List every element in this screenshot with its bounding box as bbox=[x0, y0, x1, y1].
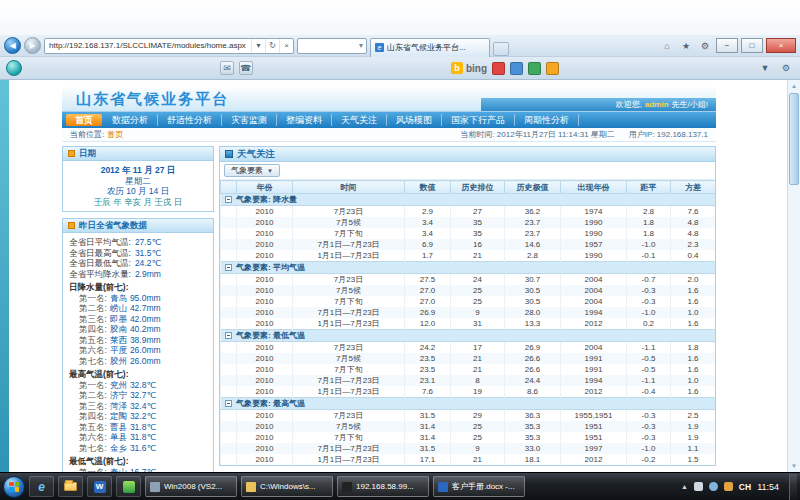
rank-item[interactable]: 第六名:平度26.0mm bbox=[69, 345, 207, 356]
data-row[interactable]: 20107月1日—7月23日23.1824.41994-1.11.0 bbox=[221, 375, 716, 386]
rank-item[interactable]: 第七名:胶州26.0mm bbox=[69, 356, 207, 367]
data-row[interactable]: 20107月5候31.42535.31951-0.31.9 bbox=[221, 421, 716, 432]
data-row[interactable]: 20107月23日31.52936.31955,1951-0.32.5 bbox=[221, 410, 716, 422]
taskbar-ie-icon[interactable]: e bbox=[29, 476, 54, 497]
group-row[interactable]: 气象要素: 平均气温 bbox=[221, 262, 716, 274]
address-bar[interactable]: http://192.168.137.1/SLCCLIMATE/modules/… bbox=[44, 38, 294, 54]
data-row[interactable]: 20107月1日—7月23日26.9928.01994-1.01.0 bbox=[221, 307, 716, 318]
taskbar-window-button[interactable]: 客户手册.docx -... bbox=[433, 476, 525, 497]
data-row[interactable]: 20107月23日27.52430.72004-0.72.0 bbox=[221, 274, 716, 286]
breadcrumb-location[interactable]: 首页 bbox=[107, 129, 123, 140]
scrollbar-thumb[interactable] bbox=[789, 93, 799, 185]
search-box[interactable]: ▾ bbox=[297, 38, 367, 54]
mail-icon[interactable]: ✉ bbox=[220, 61, 234, 75]
new-tab-button[interactable] bbox=[493, 42, 509, 56]
volume-icon[interactable] bbox=[709, 482, 718, 491]
taskbar-window-button[interactable]: C:\Windows\s... bbox=[241, 476, 333, 497]
column-header[interactable]: 方差 bbox=[671, 181, 716, 194]
minimize-button[interactable]: − bbox=[716, 38, 738, 53]
toolbar-app-icon-red[interactable] bbox=[492, 62, 505, 75]
forward-button[interactable]: ▶ bbox=[24, 37, 41, 54]
data-row[interactable]: 20101月1日—7月23日1.7212.81990-0.10.4 bbox=[221, 250, 716, 262]
show-desktop-button[interactable] bbox=[789, 474, 797, 500]
phone-icon[interactable]: ☎ bbox=[239, 61, 253, 75]
rank-item[interactable]: 第三名:菏泽32.4℃ bbox=[69, 401, 207, 412]
scroll-up-icon[interactable]: ▲ bbox=[788, 80, 800, 92]
rank-item[interactable]: 第四名:定陶32.2℃ bbox=[69, 411, 207, 422]
taskbar-window-button[interactable]: Win2008 (VS2... bbox=[145, 476, 237, 497]
tray-expand-icon[interactable]: ▲ bbox=[681, 483, 688, 490]
browser-tab[interactable]: e 山东省气候业务平台... bbox=[370, 38, 490, 57]
collapse-icon[interactable] bbox=[225, 264, 232, 271]
favorites-star-icon[interactable]: ★ bbox=[678, 38, 694, 54]
column-header[interactable]: 距平 bbox=[627, 181, 671, 194]
taskbar-app-icon[interactable] bbox=[116, 476, 141, 497]
vertical-scrollbar[interactable]: ▲ ▼ bbox=[787, 80, 800, 472]
addon-gear-icon[interactable]: ⚙ bbox=[778, 60, 794, 76]
data-row[interactable]: 20107月下旬23.52126.61991-0.51.6 bbox=[221, 364, 716, 375]
data-row[interactable]: 20107月5候27.02530.52004-0.31.6 bbox=[221, 285, 716, 296]
taskbar-clock[interactable]: 11:54 bbox=[757, 482, 783, 492]
nav-item-3[interactable]: 灾害监测 bbox=[222, 114, 277, 126]
network-icon[interactable] bbox=[694, 482, 703, 491]
data-row[interactable]: 20107月下旬31.42535.31951-0.31.9 bbox=[221, 432, 716, 443]
addon-logo-icon[interactable] bbox=[6, 60, 22, 76]
toolbar-app-icon-blue[interactable] bbox=[510, 62, 523, 75]
group-row[interactable]: 气象要素: 最高气温 bbox=[221, 398, 716, 410]
column-header[interactable]: 时间 bbox=[293, 181, 405, 194]
collapse-icon[interactable] bbox=[225, 332, 232, 339]
nav-item-5[interactable]: 天气关注 bbox=[332, 114, 387, 126]
language-indicator[interactable]: CH bbox=[739, 482, 751, 492]
data-row[interactable]: 20107月下旬3.43523.719901.84.8 bbox=[221, 228, 716, 239]
nav-item-6[interactable]: 风场模图 bbox=[387, 114, 442, 126]
toolbar-app-icon-orange[interactable] bbox=[546, 62, 559, 75]
taskbar-explorer-icon[interactable] bbox=[58, 476, 83, 497]
start-button[interactable] bbox=[3, 476, 25, 498]
rank-item[interactable]: 第四名:胶南40.2mm bbox=[69, 324, 207, 335]
rank-item[interactable]: 第五名:曹县31.8℃ bbox=[69, 422, 207, 433]
rank-item[interactable]: 第七名:金乡31.6℃ bbox=[69, 443, 207, 454]
search-dropdown-icon[interactable]: ▾ bbox=[359, 41, 363, 50]
toolbar-app-icon-green[interactable] bbox=[528, 62, 541, 75]
column-header[interactable]: 历史排位 bbox=[451, 181, 505, 194]
close-button[interactable]: × bbox=[766, 38, 796, 53]
element-filter-button[interactable]: 气象要素 ▼ bbox=[224, 164, 280, 177]
taskbar-window-button[interactable]: 192.168.58.99... bbox=[337, 476, 429, 497]
settings-gear-icon[interactable]: ⚙ bbox=[697, 38, 713, 54]
nav-item-0[interactable]: 首页 bbox=[66, 114, 102, 126]
nav-item-1[interactable]: 数据分析 bbox=[103, 114, 158, 126]
rank-item[interactable]: 第一名:青岛95.0mm bbox=[69, 293, 207, 304]
column-header[interactable]: 数值 bbox=[405, 181, 451, 194]
data-row[interactable]: 20107月23日2.92736.219742.87.6 bbox=[221, 206, 716, 218]
rank-item[interactable]: 第二名:崂山42.7mm bbox=[69, 303, 207, 314]
addon-menu-icon[interactable]: ▼ bbox=[757, 60, 773, 76]
data-row[interactable]: 20107月下旬27.02530.52004-0.31.6 bbox=[221, 296, 716, 307]
column-header[interactable]: 历史极值 bbox=[505, 181, 561, 194]
data-row[interactable]: 20101月1日—7月23日12.03113.320120.21.6 bbox=[221, 318, 716, 330]
data-row[interactable]: 20107月5候23.52126.61991-0.51.6 bbox=[221, 353, 716, 364]
data-row[interactable]: 20107月5候3.43523.719901.84.8 bbox=[221, 217, 716, 228]
group-row[interactable]: 气象要素: 降水量 bbox=[221, 194, 716, 206]
data-row[interactable]: 20107月1日—7月23日6.91614.61957-1.02.3 bbox=[221, 239, 716, 250]
stop-icon[interactable]: × bbox=[279, 39, 293, 53]
action-center-icon[interactable] bbox=[724, 482, 733, 491]
rank-item[interactable]: 第三名:即墨42.0mm bbox=[69, 314, 207, 325]
collapse-icon[interactable] bbox=[225, 196, 232, 203]
rank-item[interactable]: 第六名:单县31.8℃ bbox=[69, 432, 207, 443]
nav-item-8[interactable]: 周期性分析 bbox=[515, 114, 579, 126]
back-button[interactable]: ◀ bbox=[4, 37, 21, 54]
collapse-icon[interactable] bbox=[225, 400, 232, 407]
taskbar-word-icon[interactable]: W bbox=[87, 476, 112, 497]
rank-item[interactable]: 第一名:兖州32.8℃ bbox=[69, 380, 207, 391]
scroll-down-icon[interactable]: ▼ bbox=[788, 460, 800, 472]
home-icon[interactable]: ⌂ bbox=[659, 38, 675, 54]
nav-item-2[interactable]: 舒适性分析 bbox=[158, 114, 222, 126]
rank-item[interactable]: 第五名:莱西38.9mm bbox=[69, 335, 207, 346]
data-row[interactable]: 20107月1日—7月23日31.5933.01997-1.01.1 bbox=[221, 443, 716, 454]
data-row[interactable]: 20101月1日—7月23日17.12118.12012-0.21.5 bbox=[221, 454, 716, 465]
address-dropdown-icon[interactable]: ▾ bbox=[251, 39, 265, 53]
nav-item-4[interactable]: 整编资料 bbox=[277, 114, 332, 126]
column-header[interactable]: 出现年份 bbox=[561, 181, 627, 194]
column-header[interactable]: 年份 bbox=[237, 181, 293, 194]
rank-item[interactable]: 第二名:济宁32.7℃ bbox=[69, 390, 207, 401]
